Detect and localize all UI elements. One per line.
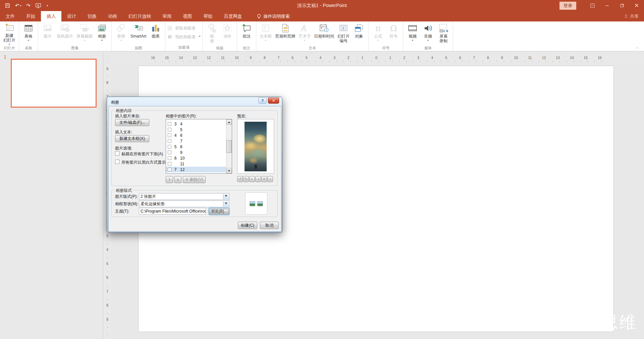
textbox-button[interactable]: A 文本框: [258, 22, 273, 45]
item-checkbox[interactable]: [168, 151, 171, 154]
contrast-up-button[interactable]: ◐: [249, 176, 255, 182]
screen-recording-button[interactable]: 屏幕 录制: [436, 22, 451, 45]
picture-button[interactable]: 图片: [40, 22, 55, 45]
share-button[interactable]: 共享: [624, 11, 639, 21]
move-down-button[interactable]: ↓: [174, 176, 181, 183]
scroll-up-icon[interactable]: [226, 119, 232, 125]
chevron-down-icon[interactable]: [223, 194, 229, 199]
black-white-checkbox[interactable]: [115, 160, 119, 164]
smartart-button[interactable]: SmartArt: [129, 22, 148, 45]
scrollbar-thumb[interactable]: [226, 140, 232, 153]
photo-list-item[interactable]: 5: [166, 127, 226, 132]
redo-button[interactable]: ↷: [26, 3, 31, 9]
slide-number-label: 1: [4, 54, 6, 60]
item-checkbox[interactable]: [168, 128, 171, 131]
theme-input[interactable]: C:\Program Files\Microsoft Office\root\D: [139, 208, 206, 215]
my-addins-button[interactable]: 我的加载项: [167, 34, 201, 40]
remove-button[interactable]: ✕ 删除(V): [183, 176, 206, 183]
item-checkbox[interactable]: [168, 133, 171, 137]
photo-list[interactable]: 34546758961011712: [166, 119, 232, 174]
tab-file[interactable]: 文件: [0, 11, 20, 21]
undo-button[interactable]: ↶▾: [15, 3, 21, 9]
move-up-button[interactable]: ↑: [166, 176, 173, 183]
customize-qat-button[interactable]: ▾: [46, 4, 48, 7]
tab-slideshow[interactable]: 幻灯片放映: [123, 11, 157, 21]
frame-shape-select[interactable]: 柔化边缘矩形: [139, 201, 229, 207]
new-textbox-button[interactable]: 新建文本框(X): [115, 135, 149, 142]
table-icon: [23, 22, 34, 34]
tab-review[interactable]: 审阅: [157, 11, 177, 21]
tab-design[interactable]: 设计: [61, 11, 82, 21]
object-button[interactable]: 对象: [351, 22, 367, 45]
photo-list-item[interactable]: 7: [166, 138, 226, 144]
photo-list-item[interactable]: 11: [166, 161, 226, 167]
new-slide-button[interactable]: 新建 幻灯片: [2, 22, 17, 45]
symbol-button[interactable]: Ω 符号: [386, 22, 401, 45]
tab-view[interactable]: 视图: [177, 11, 198, 21]
dialog-close-button[interactable]: ✕: [268, 98, 279, 104]
tab-insert[interactable]: 插入: [41, 11, 61, 21]
tab-transitions[interactable]: 切换: [82, 11, 102, 21]
item-checkbox[interactable]: [168, 145, 171, 149]
rotate-left-button[interactable]: ↺: [237, 176, 243, 182]
photo-list-item[interactable]: 610: [166, 155, 226, 161]
slide-thumbnail[interactable]: [11, 59, 97, 108]
wordart-button[interactable]: A 艺术字: [297, 22, 312, 45]
item-checkbox[interactable]: [168, 139, 171, 143]
date-time-button[interactable]: 日期和时间: [312, 22, 336, 45]
online-pictures-button[interactable]: 联机图片: [55, 22, 75, 45]
group-label: 媒体: [403, 45, 453, 52]
captions-checkbox[interactable]: [115, 151, 119, 156]
photo-list-item[interactable]: 712: [166, 167, 226, 172]
cancel-button[interactable]: 取消: [260, 222, 279, 229]
photo-list-item[interactable]: 58: [166, 144, 226, 150]
action-button[interactable]: 动作: [220, 22, 235, 45]
audio-button[interactable]: 音频: [420, 22, 436, 45]
contrast-down-button[interactable]: ◑: [255, 176, 261, 182]
brightness-down-button[interactable]: ☼: [267, 176, 273, 182]
video-button[interactable]: 视频: [405, 22, 420, 45]
close-button[interactable]: ✕: [629, 0, 644, 11]
start-slideshow-icon[interactable]: [35, 3, 41, 9]
sign-in-button[interactable]: 登录: [559, 2, 576, 10]
restore-button[interactable]: [614, 0, 629, 11]
file-disk-button[interactable]: 文件/磁盘(F)...: [115, 119, 149, 126]
list-scrollbar[interactable]: [226, 119, 232, 173]
scroll-down-icon[interactable]: [226, 168, 232, 173]
tell-me-search[interactable]: 操作说明搜索: [257, 11, 290, 21]
brightness-up-button[interactable]: ☀: [261, 176, 267, 182]
screenshot-button[interactable]: 屏幕截图: [75, 22, 94, 45]
slide-number-button[interactable]: # 幻灯片 编号: [336, 22, 351, 45]
rotate-right-button[interactable]: ↻: [243, 176, 249, 182]
tab-animations[interactable]: 动画: [102, 11, 123, 21]
photo-list-item[interactable]: 34: [166, 121, 226, 127]
comment-button[interactable]: 批注: [239, 22, 254, 45]
photo-album-button[interactable]: 相册: [94, 22, 110, 45]
chevron-down-icon[interactable]: [223, 201, 229, 207]
photo-list-item[interactable]: 46: [166, 132, 226, 138]
item-checkbox[interactable]: [168, 156, 171, 160]
ribbon-display-options-button[interactable]: [585, 0, 600, 11]
table-button[interactable]: 表格: [21, 22, 36, 45]
tab-baidu-pan[interactable]: 百度网盘: [218, 11, 248, 21]
header-footer-button[interactable]: 页眉和页脚: [273, 22, 297, 45]
collapse-ribbon-icon[interactable]: ︿: [636, 45, 639, 50]
dialog-help-button[interactable]: ?: [258, 98, 267, 104]
equation-button[interactable]: π 公式: [370, 22, 386, 45]
browse-button[interactable]: 浏览(B)...: [209, 208, 229, 215]
item-checkbox[interactable]: [168, 168, 171, 171]
item-checkbox[interactable]: [168, 162, 171, 166]
create-button[interactable]: 创建(C): [238, 222, 257, 229]
photo-list-item[interactable]: 9: [166, 150, 226, 155]
tab-help[interactable]: 帮助: [198, 11, 218, 21]
picture-layout-select[interactable]: 2 张图片: [139, 193, 229, 200]
shapes-button[interactable]: 形状: [113, 22, 129, 45]
wordart-icon: A: [299, 22, 310, 34]
item-checkbox[interactable]: [168, 122, 171, 126]
minimize-button[interactable]: [600, 0, 614, 11]
save-icon[interactable]: [5, 3, 10, 8]
tab-home[interactable]: 开始: [20, 11, 41, 21]
get-addins-button[interactable]: 获取加载项: [167, 25, 201, 31]
chart-button[interactable]: 图表: [148, 22, 163, 45]
link-button[interactable]: 链 接: [204, 22, 220, 45]
